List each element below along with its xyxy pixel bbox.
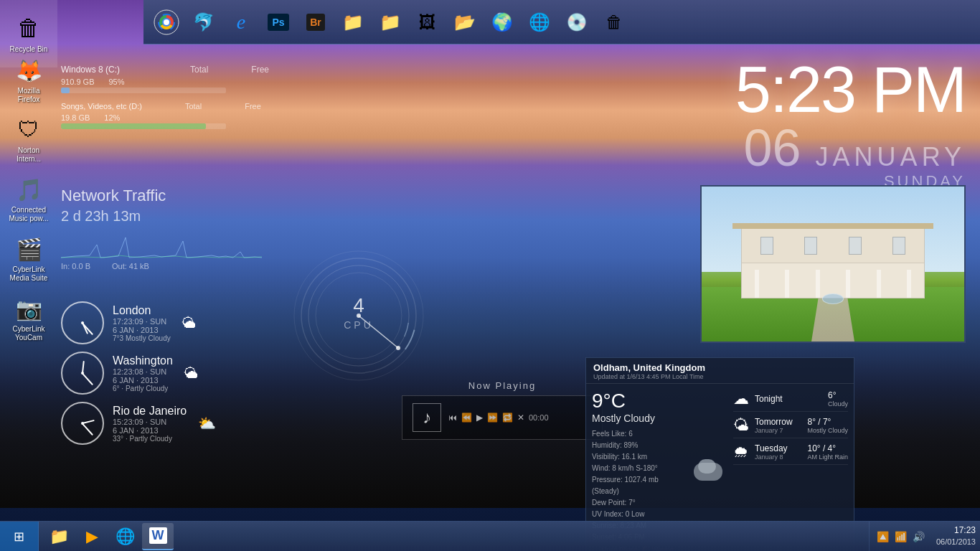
player-repeat[interactable]: 🔁 [502, 413, 513, 423]
disk-d-bar [61, 123, 226, 129]
top-taskbar-icon-disk[interactable]: 💿 [560, 5, 594, 39]
desktop-icon-img-2: 🎵 [14, 175, 43, 204]
forecast-tonight-temp: 6° [828, 390, 848, 400]
forecast-tuesday-desc: AM Light Rain [807, 453, 848, 461]
desktop-icon-img-3: 🎬 [14, 235, 43, 263]
clock-time: 5:23 PM [735, 57, 966, 122]
top-taskbar-icon-files[interactable]: 📁 [336, 5, 370, 39]
top-taskbar-icon-bridge[interactable]: Br [298, 5, 333, 39]
disk-d-total-h: Total [185, 102, 202, 110]
disk-d-bar-fill [61, 123, 206, 129]
forecast-tomorrow-temp: 8° / 7° [807, 417, 848, 427]
desktop-icon-2[interactable]: 🎵 ConnectedMusic pow... [3, 172, 55, 226]
network-widget: Network Traffic 2 d 23h 13m In: 0.0 B Ou… [61, 187, 262, 270]
london-date: 6 JAN · 2013 [113, 326, 171, 334]
rio-time: 15:23:09 · SUN [113, 418, 187, 426]
disk-c-bar-fill [61, 88, 70, 93]
svg-text:4: 4 [353, 294, 364, 316]
house-image [700, 185, 966, 343]
desktop-icon-4[interactable]: 📷 CyberLinkYouCam [3, 291, 55, 345]
top-taskbar-icon-files2[interactable]: 📁 [373, 5, 407, 39]
analog-clock-london [61, 301, 104, 344]
desktop-icon-img-4: 📷 [14, 294, 43, 323]
disk-total-header: Total [190, 65, 208, 75]
media-player-icon: ▶ [86, 527, 98, 546]
washington-clock-info: Washington 12:23:08 · SUN 6 JAN · 2013 6… [113, 354, 173, 392]
desktop-icon-3[interactable]: 🎬 CyberLinkMedia Suite [3, 232, 55, 286]
top-taskbar: 🐬ePsBr📁📁🖼📂🌍🌐💿🗑 [143, 0, 980, 44]
taskbar-time: 17:23 [936, 524, 976, 537]
london-weather: 7°3 Mostly Cloudy [113, 334, 171, 342]
forecast-tonight-desc: Cloudy [828, 400, 848, 408]
london-time: 17:23:09 · SUN [113, 317, 171, 326]
disk-d-free-h: Free [245, 102, 261, 110]
cpu-ring-svg: 4 CPU [287, 244, 430, 387]
desktop-icon-label-1: NortonIntern... [17, 146, 41, 164]
top-taskbar-icon-photoshop[interactable]: Ps [261, 5, 296, 39]
top-taskbar-icon-net2[interactable]: 🌐 [522, 5, 557, 39]
taskbar-explorer[interactable]: 📁 [43, 523, 75, 550]
music-player-box: ♪ ⏮ ⏪ ▶ ⏩ 🔁 ✕ 00:00 [402, 395, 603, 440]
desktop-icon-label-4: CyberLinkYouCam [12, 325, 44, 342]
house-placeholder [702, 187, 964, 342]
word-icon: W [149, 527, 167, 544]
top-taskbar-icon-dolphin[interactable]: 🐬 [187, 5, 221, 39]
taskbar-clock[interactable]: 17:23 06/01/2013 [932, 524, 980, 547]
rio-hour-hand [83, 420, 95, 424]
weather-desc: Mostly Cloudy [592, 413, 683, 424]
desktop-icon-label-0: MozillaFirefox [17, 87, 39, 104]
disk-d-label: Songs, Videos, etc (D:) [61, 102, 142, 110]
forecast-tonight: ☁ Tonight 6° Cloudy [733, 390, 848, 412]
player-play[interactable]: ▶ [476, 413, 483, 423]
disk-d-total: 19.8 GB [61, 113, 90, 122]
player-prev[interactable]: ⏮ [448, 413, 457, 423]
network-out: Out: 41 kB [112, 262, 149, 270]
volume-icon[interactable]: 🔊 [913, 531, 925, 542]
svg-point-3 [164, 19, 169, 25]
player-rew[interactable]: ⏪ [461, 413, 472, 423]
weather-city: Oldham, United Kingdom [593, 362, 847, 373]
top-taskbar-icon-photos[interactable]: 🖼 [410, 5, 445, 39]
taskbar-media-player[interactable]: ▶ [76, 523, 108, 550]
top-taskbar-icon-folder[interactable]: 📂 [448, 5, 482, 39]
forecast-tomorrow: 🌤 Tomorrow January 7 8° / 7° Mostly Clou… [733, 416, 848, 438]
washington-date: 6 JAN · 2013 [113, 376, 173, 385]
forecast-tuesday: 🌧 Tuesday January 8 10° / 4° AM Light Ra… [733, 443, 848, 465]
rio-city: Rio de Janeiro [113, 405, 187, 418]
forecast-tomorrow-desc: Mostly Cloudy [807, 427, 848, 434]
cpu-widget: 4 CPU [287, 244, 430, 390]
forecast-tuesday-period: Tuesday [755, 443, 801, 453]
top-taskbar-icon-ie[interactable]: e [224, 5, 258, 39]
taskbar-start-button[interactable]: ⊞ [0, 522, 39, 552]
chrome-icon: 🌐 [116, 527, 135, 546]
analog-clock-washington [61, 352, 104, 395]
top-taskbar-icon-trash[interactable]: 🗑 [597, 5, 631, 39]
taskbar-system-tray: 🔼 📶 🔊 [869, 522, 932, 551]
london-city: London [113, 304, 171, 317]
top-taskbar-icon-chrome[interactable] [149, 5, 184, 39]
player-controls: ⏮ ⏪ ▶ ⏩ 🔁 ✕ 00:00 [448, 413, 549, 423]
weather-updated: Updated at 1/6/13 4:45 PM Local Time [593, 373, 847, 380]
network-icon[interactable]: 📶 [895, 531, 907, 542]
notification-area-expand[interactable]: 🔼 [877, 531, 889, 542]
disk-c-total: 910.9 GB [61, 77, 94, 86]
desktop-icon-label-2: ConnectedMusic pow... [9, 206, 48, 223]
rio-weather-icon: ⛅ [198, 415, 216, 432]
london-weather-icon: 🌥 [182, 315, 197, 331]
recycle-bin[interactable]: 🗑 Recycle Bin [0, 0, 57, 67]
network-uptime: 2 d 23h 13m [61, 208, 262, 225]
washington-weather: 6° · Partly Cloudy [113, 385, 173, 392]
rio-clock-info: Rio de Janeiro 15:23:09 · SUN 6 JAN · 20… [113, 405, 187, 443]
clock-month: JANUARY [816, 142, 966, 172]
weather-temp: 9°C [592, 390, 683, 413]
desktop-icon-1[interactable]: 🛡 NortonIntern... [3, 113, 55, 166]
taskbar-date: 06/01/2013 [936, 537, 976, 547]
top-taskbar-icon-net1[interactable]: 🌍 [485, 5, 519, 39]
taskbar-chrome[interactable]: 🌐 [109, 523, 141, 550]
world-clocks: London 17:23:09 · SUN 6 JAN · 2013 7°3 M… [61, 301, 216, 445]
washington-weather-icon: 🌥 [184, 365, 199, 382]
player-close[interactable]: ✕ [517, 413, 524, 423]
clock-widget: 5:23 PM 06 JANUARY SUNDAY [735, 57, 966, 191]
taskbar-word[interactable]: W [142, 523, 174, 550]
player-fwd[interactable]: ⏩ [487, 413, 498, 423]
